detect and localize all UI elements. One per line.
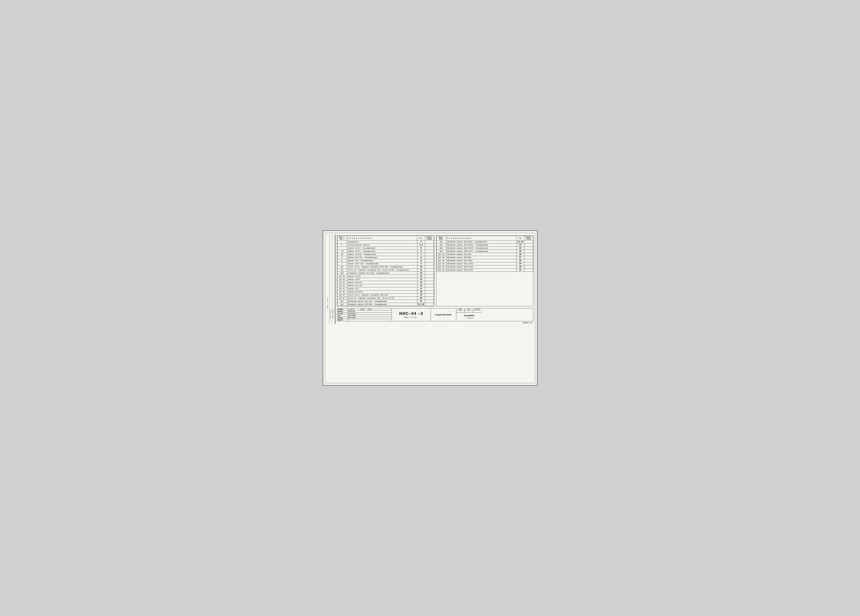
- stamp-list-label: ЛИСТ: [465, 308, 473, 310]
- right-row-note: [524, 269, 533, 272]
- stamp-label-razrab: РАЗРАБ.: [337, 317, 348, 319]
- stamp-doc-code: ИИС–04 –3: [399, 311, 423, 316]
- stamp-row-2: НАЧОТД. ЧИКОСАВА: [337, 311, 392, 313]
- stamp-row-6: НКОНТР.: [337, 319, 392, 321]
- stamp-label-nachotd: НАЧОТД.: [337, 311, 348, 313]
- stamp-list-val: 1: [465, 311, 473, 313]
- left-row-note: [425, 262, 434, 266]
- right-header-doc: ДОКУ-МЕНТ: [436, 236, 446, 240]
- left-header-doc: МОБ.7-МЕН.Т: [337, 236, 347, 240]
- left-row-page: 7: [417, 253, 425, 256]
- stamp-org: ТбилЗНИИЭП: [463, 315, 474, 317]
- left-row-page: 8: [417, 259, 425, 262]
- right-row-doc: ДI6 СБ: [436, 269, 446, 272]
- left-table-row: Д9Сетка С5. Изделие закладное МР1. Петля…: [337, 269, 434, 272]
- right-row-doc: ДI3: [436, 240, 446, 244]
- left-row-doc: Д·: [337, 259, 347, 262]
- left-table-row: Д5 СБКаркас К11,К1216: [337, 284, 434, 287]
- stamp-val-razrab: ВАРГАНОВА: [348, 317, 392, 319]
- stamp-row-1: ИЗМЛИСТ № ДОКУМ. ПОДП. ДАТА: [337, 308, 392, 311]
- right-row-doc: ДI2 СБ: [436, 256, 446, 259]
- right-row-doc: ДI4: [436, 244, 446, 247]
- stamp-label-data: ДАТА: [369, 308, 376, 310]
- left-row-doc: Д7 СБ: [337, 291, 347, 294]
- stamp-vals-row: 1 1: [456, 311, 482, 313]
- right-header-name: Н А И М Е Н О В А Н И Е: [446, 236, 516, 240]
- left-row-name: Сетка С5. Изделие закладное МР1. Петля П…: [347, 297, 417, 300]
- left-row-name: Отжимный стержень ОС1+ОС6. Спецификация: [347, 272, 417, 275]
- right-row-note: [524, 266, 533, 269]
- left-row-name: Каркас К4+К7: [347, 278, 417, 281]
- stamp-lit-label: ЛИТ: [456, 308, 465, 310]
- right-row-name: Объемный каркас ОК7+ОК10: [446, 259, 516, 262]
- left-row-note: [425, 297, 434, 300]
- right-row-doc: ДI5: [436, 247, 446, 250]
- right-table-row: ДI4 СБОбъемный каркас ОК11,ОК1229: [436, 262, 533, 266]
- left-row-note: [425, 269, 434, 272]
- margin-strip-1: ПОДП. И ДАТА: [327, 234, 330, 324]
- left-header-note: ПРИМЕ-ЧАНИЕ: [425, 236, 434, 240]
- left-table-row: ·6·Каркас К11,К12. Спецификация8: [337, 256, 434, 259]
- left-table-row: ДI2Объемный каркас ОК3+ОК6. Спецификация…: [337, 303, 434, 306]
- left-row-doc: Д4 СБ: [337, 281, 347, 284]
- left-row-doc: Д6 СБ: [337, 287, 347, 291]
- right-row-note: [524, 247, 533, 250]
- right-row-page: 25: [516, 250, 524, 253]
- left-row-page: 9: [417, 262, 425, 266]
- right-row-name: Объемный каркас ОК3+ОК6: [446, 256, 516, 259]
- left-table-row: Д5 СБСетка С5. Изделие закладное МР1. Пе…: [337, 297, 434, 300]
- right-row-name: Объемный каркас ОК13+ОК15. Спецификация: [446, 247, 516, 250]
- left-row-name: Пояснительная записка: [347, 244, 417, 247]
- left-table-row: Д7 СБКаркас К14+К1818: [337, 291, 434, 294]
- right-table-row: ДI3Объемный каркас ОК7+ОК10. Спецификаци…: [436, 240, 533, 244]
- stamp-left-block: ИЗМЛИСТ № ДОКУМ. ПОДП. ДАТА НАЧОТД. ЧИКО…: [337, 308, 392, 321]
- left-row-page: 21: [417, 300, 425, 303]
- left-row-page: 17: [417, 287, 425, 291]
- left-row-page: 12: [417, 272, 425, 275]
- left-row-doc: ДII: [337, 300, 347, 303]
- left-table-row: Д4Каркас К8+К10. Спецификация7: [337, 253, 434, 256]
- left-row-doc: Д10: [337, 272, 347, 275]
- margin-strip-3: ИНВ.№ПОДЛ.: [332, 234, 335, 324]
- stamp-right-meta: ЛИТ ЛИСТ ЛИСТОВ 1 1 ТбилЗНИИЭП г. Тбилис…: [456, 308, 482, 321]
- stamp-lists-val: [473, 311, 482, 313]
- right-row-page: 28: [516, 259, 524, 262]
- left-row-doc: Д5 СБ: [337, 297, 347, 300]
- left-row-doc: [337, 247, 347, 250]
- left-table-body: Содержание21·Пояснительная записка3,4Кар…: [337, 240, 434, 306]
- right-row-name: Объемный каркас ОК11,ОК12: [446, 262, 516, 266]
- right-table: ДОКУ-МЕНТ Н А И М Е Н О В А Н И Е Стр. П…: [436, 236, 533, 272]
- left-row-note: [425, 294, 434, 297]
- right-row-note: [524, 256, 533, 259]
- right-row-doc: ДI3 СБ: [436, 259, 446, 262]
- format-line: ФОРМАТ 02: [337, 322, 534, 324]
- stamp-label-nkontr: НКОНТР.: [337, 319, 348, 321]
- left-table-row: Д8Сетка С1+С4. Изделие закладное МР2,МР3…: [337, 266, 434, 269]
- right-row-note: [524, 253, 533, 256]
- right-row-name: Объемный каркас ОК7+ОК10. Спецификация: [446, 240, 516, 244]
- stamp-label-glinok: ГЛ.НОК.: [337, 313, 348, 315]
- left-row-page: 14: [417, 278, 425, 281]
- left-table-row: Д8 СБСетка С1+С4. Изделие закладное МР2,…: [337, 294, 434, 297]
- left-row-note: [425, 287, 434, 291]
- stamp-label-podp: ПОДП.: [361, 308, 369, 310]
- vert-label-inv2: ИНВ.№ПОДЛ.: [333, 309, 334, 318]
- left-row-doc: Д4: [337, 253, 347, 256]
- stamp-row-4: ГИП ВАРГАНОВА: [337, 315, 392, 317]
- right-row-doc: ДII СБ: [436, 253, 446, 256]
- left-row-page: 3,4: [417, 244, 425, 247]
- left-row-doc: Д3 СБ: [337, 278, 347, 281]
- left-table-row: Д6 СБКаркас К1317: [337, 287, 434, 291]
- left-row-note: [425, 300, 434, 303]
- left-row-name: Каркас К13: [347, 287, 417, 291]
- left-table-row: Д4 СБКаркас К8+К1015: [337, 281, 434, 284]
- right-row-note: [524, 240, 533, 244]
- left-table-row: ·13Каркас К4+К7. Спецификация6: [337, 250, 434, 253]
- left-row-note: [425, 284, 434, 287]
- left-row-page: 6: [417, 250, 425, 253]
- left-row-note: [425, 291, 434, 294]
- left-row-note: [425, 303, 434, 306]
- right-row-doc: ДI5 СБ: [436, 266, 446, 269]
- left-header-row: МОБ.7-МЕН.Т Н А И М Е Н О В А Н И Е Стр.…: [337, 236, 434, 240]
- left-row-note: [425, 250, 434, 253]
